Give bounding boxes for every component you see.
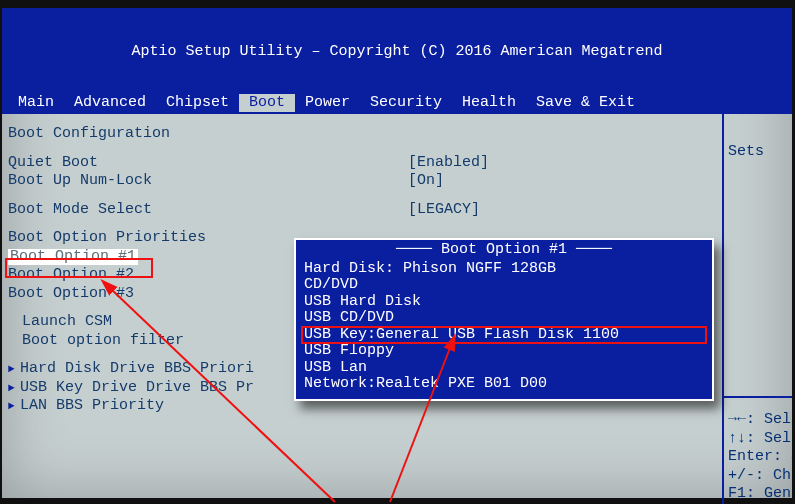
- menu-bar: Main Advanced Chipset Boot Power Securit…: [2, 94, 792, 115]
- quiet-boot-label[interactable]: Quiet Boot: [8, 155, 408, 172]
- title-bar: Aptio Setup Utility – Copyright (C) 2016…: [2, 8, 792, 94]
- numlock-label[interactable]: Boot Up Num-Lock: [8, 173, 408, 190]
- numlock-value: [On]: [408, 173, 444, 190]
- tab-security[interactable]: Security: [360, 94, 452, 113]
- boot-option-popup[interactable]: ──── Boot Option #1 ──── Hard Disk: Phis…: [294, 238, 714, 401]
- help-key-f1: F1: Gene: [728, 486, 792, 503]
- boot-config-heading: Boot Configuration: [8, 126, 408, 143]
- popup-option-cddvd[interactable]: CD/DVD: [302, 277, 706, 294]
- help-heading: Sets: [728, 144, 788, 161]
- help-divider: [724, 396, 792, 398]
- tab-save[interactable]: Save & Exit: [526, 94, 645, 113]
- popup-option-usb-cddvd[interactable]: USB CD/DVD: [302, 310, 706, 327]
- utility-title: Aptio Setup Utility – Copyright (C) 2016…: [8, 44, 786, 61]
- popup-option-network[interactable]: Network:Realtek PXE B01 D00: [302, 376, 706, 393]
- popup-title: ──── Boot Option #1 ────: [302, 242, 706, 259]
- bios-screen: Aptio Setup Utility – Copyright (C) 2016…: [2, 8, 792, 498]
- boot-mode-value: [LEGACY]: [408, 202, 480, 219]
- help-key-arrows-v: ↑↓: Sele: [728, 431, 792, 448]
- tab-boot[interactable]: Boot: [239, 94, 295, 113]
- popup-option-usb-key[interactable]: USB Key:General USB Flash Disk 1100: [302, 327, 706, 344]
- boot-mode-label[interactable]: Boot Mode Select: [8, 202, 408, 219]
- tab-main[interactable]: Main: [8, 94, 64, 113]
- popup-option-usb-lan[interactable]: USB Lan: [302, 360, 706, 377]
- tab-health[interactable]: Health: [452, 94, 526, 113]
- help-key-plusminus: +/-: Cha: [728, 468, 792, 485]
- help-key-enter: Enter: Se: [728, 449, 792, 466]
- popup-option-usb-hd[interactable]: USB Hard Disk: [302, 294, 706, 311]
- popup-option-hard-disk[interactable]: Hard Disk: Phison NGFF 128GB: [302, 261, 706, 278]
- tab-chipset[interactable]: Chipset: [156, 94, 239, 113]
- right-help-pane: Sets →←: Sele ↑↓: Sele Enter: Se +/-: Ch…: [722, 114, 792, 504]
- popup-option-usb-floppy[interactable]: USB Floppy: [302, 343, 706, 360]
- tab-advanced[interactable]: Advanced: [64, 94, 156, 113]
- tab-power[interactable]: Power: [295, 94, 360, 113]
- boot-option-1[interactable]: Boot Option #1: [8, 249, 138, 266]
- quiet-boot-value: [Enabled]: [408, 155, 489, 172]
- help-key-arrows-h: →←: Sele: [728, 412, 792, 429]
